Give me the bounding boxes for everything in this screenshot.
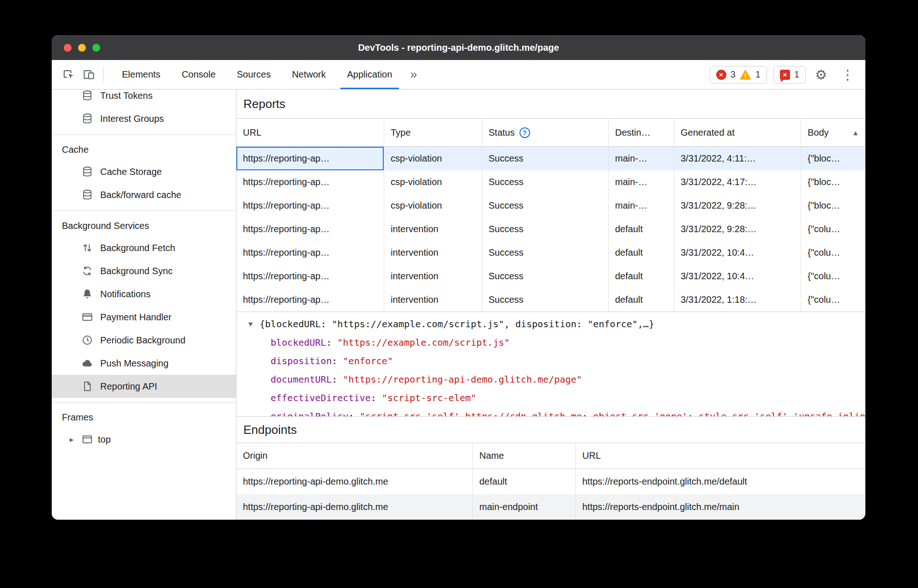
report-row[interactable]: https://reporting-ap…interventionSuccess…	[236, 264, 865, 288]
endpoint-cell-url[interactable]: https://reports-endpoint.glitch.me/main	[576, 494, 865, 520]
report-cell-status[interactable]: Success	[482, 194, 609, 217]
sidebar-item-background-sync[interactable]: Background Sync	[52, 259, 236, 282]
inspect-element-icon[interactable]	[58, 65, 79, 85]
report-cell-type[interactable]: csp-violation	[384, 147, 482, 170]
report-cell-status[interactable]: Success	[482, 241, 609, 264]
endpoint-row[interactable]: https://reporting-api-demo.glitch.memain…	[236, 494, 865, 520]
report-row[interactable]: https://reporting-ap…csp-violationSucces…	[236, 194, 865, 217]
report-cell-url[interactable]: https://reporting-ap…	[236, 264, 384, 288]
report-cell-destination[interactable]: default	[609, 264, 674, 288]
report-cell-status[interactable]: Success	[482, 170, 609, 194]
report-cell-url[interactable]: https://reporting-ap…	[236, 170, 384, 194]
endpoint-cell-origin[interactable]: https://reporting-api-demo.glitch.me	[236, 494, 473, 520]
sidebar-item-payment-handler[interactable]: Payment Handler	[52, 306, 236, 329]
report-cell-generated-at[interactable]: 3/31/2022, 10:4…	[674, 264, 801, 288]
tab-console[interactable]: Console	[171, 60, 226, 89]
chevron-down-icon[interactable]: ▼	[248, 315, 253, 333]
report-cell-url[interactable]: https://reporting-ap…	[236, 241, 384, 264]
more-tabs-button[interactable]: »	[403, 67, 424, 82]
chevron-right-icon[interactable]: ▸	[66, 435, 77, 444]
endpoint-row[interactable]: https://reporting-api-demo.glitch.medefa…	[236, 469, 865, 494]
report-cell-type[interactable]: intervention	[384, 288, 482, 312]
sidebar-item-periodic-background[interactable]: Periodic Background	[52, 329, 236, 352]
sidebar-item-back-forward-cache[interactable]: Back/forward cache	[52, 183, 236, 206]
column-header-destin[interactable]: Destin…	[609, 119, 674, 146]
sidebar-item-notifications[interactable]: Notifications	[52, 282, 236, 306]
kebab-menu-icon[interactable]	[836, 67, 859, 83]
report-cell-destination[interactable]: default	[609, 217, 674, 241]
report-cell-destination[interactable]: default	[609, 288, 674, 312]
endpoint-cell-url[interactable]: https://reports-endpoint.glitch.me/defau…	[576, 469, 865, 494]
sort-ascending-icon[interactable]: ▲	[852, 129, 859, 137]
console-status-badge[interactable]: 3 1	[710, 66, 767, 84]
report-cell-body[interactable]: {"colu…	[801, 217, 865, 241]
report-cell-body[interactable]: {"colu…	[801, 288, 865, 312]
column-header-status[interactable]: Status?	[482, 119, 609, 146]
background-sync-icon	[81, 265, 93, 277]
maximize-window-button[interactable]	[92, 44, 100, 52]
report-cell-generated-at[interactable]: 3/31/2022, 4:11:…	[674, 147, 801, 170]
device-toolbar-icon[interactable]	[79, 65, 99, 85]
report-cell-url[interactable]: https://reporting-ap…	[236, 147, 384, 170]
report-cell-body[interactable]: {"bloc…	[801, 194, 865, 217]
report-cell-type[interactable]: csp-violation	[384, 170, 482, 194]
report-cell-body[interactable]: {"bloc…	[801, 147, 865, 170]
report-cell-generated-at[interactable]: 3/31/2022, 9:28:…	[674, 194, 801, 217]
report-body-summary-row[interactable]: ▼ {blockedURL: "https://example.com/scri…	[236, 315, 865, 333]
tab-network[interactable]: Network	[281, 60, 336, 89]
sidebar-item-cache-storage[interactable]: Cache Storage	[52, 160, 236, 183]
database-icon	[81, 189, 93, 201]
report-cell-type[interactable]: intervention	[384, 241, 482, 264]
close-window-button[interactable]	[64, 44, 72, 52]
tab-application[interactable]: Application	[337, 60, 403, 89]
endpoint-cell-name[interactable]: main-endpoint	[473, 494, 576, 520]
report-cell-status[interactable]: Success	[482, 264, 609, 288]
report-cell-generated-at[interactable]: 3/31/2022, 4:17:…	[674, 170, 801, 194]
report-cell-url[interactable]: https://reporting-ap…	[236, 217, 384, 241]
sidebar-item-reporting-api[interactable]: Reporting API	[52, 375, 236, 398]
report-cell-type[interactable]: intervention	[384, 264, 482, 288]
report-row[interactable]: https://reporting-ap…interventionSuccess…	[236, 288, 865, 312]
column-header-body[interactable]: Body▲	[801, 119, 865, 146]
report-row[interactable]: https://reporting-ap…interventionSuccess…	[236, 217, 865, 241]
issues-badge[interactable]: 1	[773, 66, 806, 84]
report-cell-status[interactable]: Success	[482, 288, 609, 312]
tab-elements[interactable]: Elements	[111, 60, 171, 89]
endpoint-cell-name[interactable]: default	[473, 469, 576, 494]
report-cell-generated-at[interactable]: 3/31/2022, 10:4…	[674, 241, 801, 264]
column-header-generated-at[interactable]: Generated at	[674, 119, 801, 146]
endpoint-cell-origin[interactable]: https://reporting-api-demo.glitch.me	[236, 469, 473, 494]
report-cell-destination[interactable]: main-…	[609, 170, 674, 194]
report-cell-destination[interactable]: default	[609, 241, 674, 264]
report-row[interactable]: https://reporting-ap…interventionSuccess…	[236, 241, 865, 264]
report-cell-body[interactable]: {"bloc…	[801, 170, 865, 194]
status-help-icon[interactable]: ?	[519, 127, 530, 138]
sidebar-item-background-fetch[interactable]: Background Fetch	[52, 236, 236, 259]
column-header-origin[interactable]: Origin	[236, 443, 473, 468]
report-row[interactable]: https://reporting-ap…csp-violationSucces…	[236, 147, 865, 170]
sidebar-item-push-messaging[interactable]: Push Messaging	[52, 352, 236, 375]
sidebar-item-interest-groups[interactable]: Interest Groups	[52, 107, 236, 130]
report-cell-type[interactable]: csp-violation	[384, 194, 482, 217]
report-cell-url[interactable]: https://reporting-ap…	[236, 194, 384, 217]
report-cell-status[interactable]: Success	[482, 147, 609, 170]
column-header-name[interactable]: Name	[473, 443, 576, 468]
sidebar-item-top[interactable]: ▸top	[52, 428, 236, 451]
report-cell-type[interactable]: intervention	[384, 217, 482, 241]
sidebar-item-trust-tokens[interactable]: Trust Tokens	[52, 90, 236, 107]
report-cell-destination[interactable]: main-…	[609, 147, 674, 170]
report-cell-generated-at[interactable]: 3/31/2022, 1:18:…	[674, 288, 801, 312]
report-cell-status[interactable]: Success	[482, 217, 609, 241]
report-cell-url[interactable]: https://reporting-ap…	[236, 288, 384, 312]
report-cell-destination[interactable]: main-…	[609, 194, 674, 217]
column-header-url[interactable]: URL	[576, 443, 865, 468]
report-row[interactable]: https://reporting-ap…csp-violationSucces…	[236, 170, 865, 194]
column-header-url[interactable]: URL	[236, 119, 384, 146]
tab-sources[interactable]: Sources	[226, 60, 281, 89]
minimize-window-button[interactable]	[78, 44, 86, 52]
report-cell-generated-at[interactable]: 3/31/2022, 9:28:…	[674, 217, 801, 241]
settings-gear-icon[interactable]	[810, 67, 832, 83]
column-header-type[interactable]: Type	[384, 119, 482, 146]
report-cell-body[interactable]: {"colu…	[801, 241, 865, 264]
report-cell-body[interactable]: {"colu…	[801, 264, 865, 288]
